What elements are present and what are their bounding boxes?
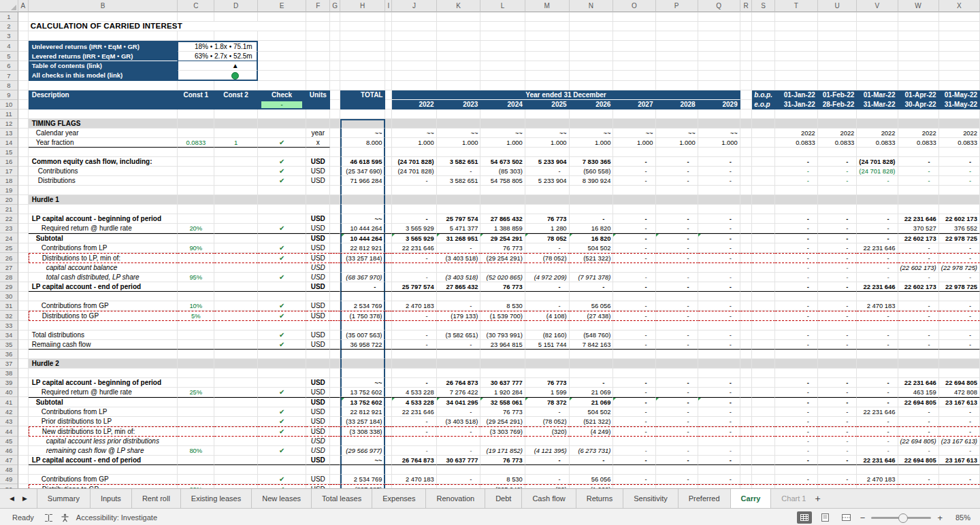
cell-V16[interactable]: (24 701 828) <box>857 157 898 167</box>
cell-O42[interactable]: - <box>613 407 655 417</box>
cell-S38[interactable] <box>752 369 775 378</box>
cell-G17[interactable] <box>330 167 340 176</box>
cell-R15[interactable] <box>740 148 753 157</box>
cell-L44[interactable]: (3 303 769) <box>480 426 525 437</box>
header-eop-date-1[interactable]: 28-Feb-22 <box>818 100 858 109</box>
cell-J17[interactable]: (24 701 828) <box>392 167 436 176</box>
cell-N41[interactable]: 21 069 <box>570 397 614 407</box>
cell-R27[interactable] <box>740 263 753 273</box>
cell-K26[interactable]: (3 403 518) <box>437 253 481 263</box>
cell-N45[interactable] <box>570 437 614 446</box>
row-label-47[interactable]: LP capital account - end of period <box>29 456 178 465</box>
cell-W22[interactable]: 22 231 646 <box>898 214 939 224</box>
cell-P28[interactable]: - <box>656 273 698 282</box>
units-42[interactable]: USD <box>306 407 330 417</box>
cell-M7[interactable] <box>525 71 570 81</box>
cell-R31[interactable] <box>740 301 753 311</box>
cell-M17[interactable]: - <box>525 167 570 176</box>
cell-F2[interactable] <box>306 22 330 31</box>
total-35[interactable]: 36 958 722 <box>340 340 386 350</box>
cell-X38[interactable] <box>939 369 980 378</box>
cell-O32[interactable]: - <box>613 311 655 321</box>
const1-29[interactable] <box>178 282 214 292</box>
column-header-T[interactable]: T <box>775 0 818 12</box>
summary-value-7[interactable] <box>178 71 257 81</box>
cell-T21[interactable] <box>775 205 818 214</box>
total-41[interactable]: 13 752 602 <box>340 397 386 407</box>
cell-M2[interactable] <box>525 22 570 31</box>
cell-F15[interactable] <box>306 148 330 157</box>
header-year-2027[interactable]: 2027 <box>613 100 655 109</box>
cell-U25[interactable]: - <box>818 243 858 253</box>
cell-M20[interactable] <box>525 195 570 205</box>
cell-H6[interactable] <box>340 61 386 71</box>
cell-J43[interactable]: - <box>392 417 436 426</box>
cell-N6[interactable] <box>570 61 614 71</box>
cell-K29[interactable]: 27 865 432 <box>437 282 481 292</box>
cell-Q14[interactable]: 1.000 <box>698 138 740 148</box>
summary-label-6[interactable]: Table of contents (link) <box>29 61 178 71</box>
cell-P45[interactable] <box>656 437 698 446</box>
cell-L50[interactable]: (825 942) <box>480 484 525 488</box>
check-mark-13[interactable] <box>258 129 307 138</box>
cell-J4[interactable] <box>392 41 436 52</box>
cell-J36[interactable] <box>392 350 436 359</box>
const1-42[interactable] <box>178 407 214 417</box>
cell-K14[interactable]: 1.000 <box>437 138 481 148</box>
cell-H30[interactable] <box>340 292 386 301</box>
cell-K17[interactable]: - <box>437 167 481 176</box>
units-24[interactable]: USD <box>306 233 330 243</box>
cell-Q2[interactable] <box>698 22 740 31</box>
row-header-10[interactable]: 10 <box>0 100 18 109</box>
header-year-2022[interactable]: 2022 <box>392 100 436 109</box>
const1-26[interactable] <box>178 253 214 263</box>
check-mark-41[interactable] <box>258 397 307 407</box>
cell-A40[interactable] <box>18 388 29 397</box>
cell-X14[interactable]: 0.0833 <box>939 138 980 148</box>
cell-C33[interactable] <box>178 321 214 331</box>
total-16[interactable]: 46 618 595 <box>340 157 386 167</box>
cell-O29[interactable]: - <box>613 282 655 292</box>
sheet-tab-rent-roll[interactable]: Rent roll <box>132 489 181 508</box>
cell-U43[interactable]: - <box>818 417 858 426</box>
cell-J44[interactable]: - <box>392 426 436 437</box>
tab-scroll-left-button[interactable]: ◀ <box>10 495 14 502</box>
cell-J11[interactable] <box>392 109 436 119</box>
cell-A14[interactable] <box>18 138 29 148</box>
cell-O31[interactable]: - <box>613 301 655 311</box>
units-49[interactable]: USD <box>306 475 330 484</box>
summary-label-4[interactable]: Unlevered returns (IRR • EqM • GR) <box>29 41 178 52</box>
cell-W4[interactable] <box>898 41 939 52</box>
cell-R42[interactable] <box>740 407 753 417</box>
const2-50[interactable] <box>214 484 257 488</box>
row-label-41[interactable]: Subtotal <box>29 397 178 407</box>
row-label-32[interactable]: Distributions to GP <box>29 311 178 321</box>
cell-M19[interactable] <box>525 186 570 195</box>
cell-S30[interactable] <box>752 292 775 301</box>
cell-V36[interactable] <box>857 350 898 359</box>
cell-P33[interactable] <box>656 321 698 331</box>
cell-H33[interactable] <box>340 321 386 331</box>
cell-G15[interactable] <box>330 148 340 157</box>
cell-L31[interactable]: 8 530 <box>480 301 525 311</box>
cell-L13[interactable]: ~~ <box>480 129 525 138</box>
cell-V20[interactable] <box>857 195 898 205</box>
cell-L40[interactable]: 1 920 284 <box>480 388 525 397</box>
cell-O3[interactable] <box>613 31 655 41</box>
cell-V19[interactable] <box>857 186 898 195</box>
cell-O24[interactable]: - <box>613 233 655 243</box>
cell-L2[interactable] <box>480 22 525 31</box>
const2-41[interactable] <box>214 397 257 407</box>
row-header-45[interactable]: 45 <box>0 437 18 446</box>
cell-Q43[interactable]: - <box>698 417 740 426</box>
const1-17[interactable] <box>178 167 214 176</box>
cell-N8[interactable] <box>570 81 614 90</box>
cell-W5[interactable] <box>898 52 939 61</box>
row-header-19[interactable]: 19 <box>0 186 18 195</box>
zoom-slider[interactable] <box>871 517 931 519</box>
const1-25[interactable]: 90% <box>178 243 214 253</box>
cell-T29[interactable]: - <box>775 282 818 292</box>
column-header-C[interactable]: C <box>178 0 214 12</box>
const2-45[interactable] <box>214 437 257 446</box>
cell-S48[interactable] <box>752 465 775 475</box>
